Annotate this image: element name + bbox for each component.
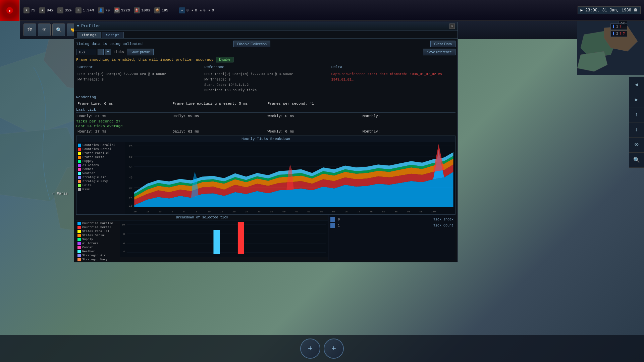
tick-stats-panel: 0 Tick Index 1 Tick Count [328, 215, 455, 260]
side-btn-up[interactable]: ↑ [629, 107, 644, 122]
profiler-close-button[interactable]: ✕ [449, 23, 455, 29]
fps-cell: Frames per second: 41 [266, 101, 361, 106]
breakdown-svg: 10 8 6 4 [120, 220, 328, 257]
last-tick-monthly: Monthly: [361, 113, 455, 119]
reference-hw-threads: HW Threads: 8 [204, 77, 327, 83]
city-label-paris: ☆ Paris [52, 191, 68, 196]
stat-war-support: ⚔ 35% [57, 7, 71, 13]
svg-text:35: 35 [270, 210, 273, 213]
war-support-icon: ⚔ [57, 7, 63, 13]
legend-combat: Combat [78, 168, 124, 171]
svg-text:-15: -15 [145, 210, 150, 213]
hourly-ticks-chart: Hourly Ticks Breakdown Countries Paralle… [76, 136, 455, 215]
ticks-per-second: Ticks per second: 27 [76, 119, 455, 123]
tab-script[interactable]: Script [102, 32, 124, 38]
top-bar: ✦ ♥ 75 ▲ 84% ⚔ 35% $ 1.34M 👤 70 📅 322d ⛽ [0, 0, 644, 21]
breakdown-legend: Countries Parallel Countries Serial Stat… [76, 220, 120, 257]
stat-stability: ▲ 84% [39, 7, 53, 13]
stat-manpower: ♥ 75 [23, 7, 35, 13]
svg-text:20: 20 [129, 197, 132, 200]
chart-svg: 70 60 50 40 30 20 10 [125, 142, 455, 214]
svg-text:80: 80 [382, 210, 385, 213]
svg-rect-67 [213, 230, 220, 254]
days-icon: 📅 [114, 7, 120, 13]
disable-smoothing-button[interactable]: Disable [216, 57, 233, 62]
svg-text:-10: -10 [157, 210, 162, 213]
zoom-in-btn[interactable]: + [300, 339, 320, 359]
avg-tick-daily: Daily: 61 ms [171, 129, 265, 134]
chart-title: Hourly Ticks Breakdown [76, 136, 455, 142]
ticks-minus-button[interactable]: - [98, 49, 104, 55]
alert-stars-2: ★ 0 [200, 8, 206, 12]
svg-text:85: 85 [394, 210, 398, 213]
side-btn-eye[interactable]: 👁 [629, 138, 644, 153]
tick-index-label: Tick Index [433, 218, 453, 221]
breakdown-legend-weather: Weather [77, 250, 118, 253]
right-indicators: ▌ 1 ? ▌ 2 ? ? [610, 23, 627, 38]
current-hw-threads: HW Threads: 8 [77, 77, 200, 83]
reference-content: CPU: Intel(R) Core(TM) i7-7700 CPU @ 3.6… [203, 71, 328, 94]
info-columns: Current CPU: Intel(R) Core(TM) i7-7700 C… [76, 64, 455, 94]
chart-area[interactable]: 70 60 50 40 30 20 10 [125, 142, 455, 214]
legend-misc: Misc [78, 188, 124, 191]
reference-duration: Duration: 168 hourly ticks [204, 88, 327, 93]
svg-text:60: 60 [332, 210, 336, 213]
svg-text:50: 50 [129, 166, 132, 169]
toolbar-btn-2[interactable]: 👁 [38, 23, 51, 36]
breakdown-legend-strategic-navy: Strategic Navy [77, 258, 118, 261]
legend-color-weather [78, 172, 81, 175]
clear-data-button[interactable]: Clear Data [430, 41, 455, 47]
svg-text:15: 15 [220, 210, 223, 213]
legend-color-strategic-air [78, 176, 81, 179]
svg-text:70: 70 [129, 145, 132, 148]
svg-text:10: 10 [122, 223, 125, 226]
side-btn-down[interactable]: ↓ [629, 122, 644, 138]
ticks-label: Ticks [113, 50, 124, 54]
svg-text:30: 30 [129, 187, 132, 190]
stats-bar: ♥ 75 ▲ 84% ⚔ 35% $ 1.34M 👤 70 📅 322d ⛽ 1… [20, 7, 578, 13]
side-btn-right[interactable]: ▶ [629, 92, 644, 107]
svg-text:-5: -5 [170, 210, 173, 213]
reference-start-date: Start Date: 1943.1.1.2 [204, 83, 327, 88]
ticks-row: - + Ticks Save profile Save reference [76, 49, 455, 55]
breakdown-legend-countries-parallel: Countries Parallel [77, 222, 118, 225]
breakdown-bars[interactable]: 10 8 6 4 [120, 220, 328, 257]
stat-days: 📅 322d [114, 7, 130, 13]
last-tick-metrics: Hourly: 21 ms Daily: 59 ms Weekly: 0 ms … [76, 113, 455, 119]
toolbar-btn-3[interactable]: 🔍 [52, 23, 65, 36]
side-btn-search[interactable]: 🔍 [629, 153, 644, 168]
ticks-input[interactable] [76, 49, 96, 55]
legend-color-states-parallel [78, 152, 81, 155]
svg-text:40: 40 [282, 210, 286, 213]
tick-count-row: 1 Tick Count [330, 223, 453, 228]
zoom-out-btn[interactable]: + [324, 339, 344, 359]
current-header: Current [76, 64, 202, 70]
save-profile-button[interactable]: Save profile [127, 49, 154, 55]
svg-text:75: 75 [370, 210, 373, 213]
svg-text:95: 95 [420, 210, 423, 213]
save-reference-button[interactable]: Save reference [423, 49, 455, 55]
legend-color-countries-parallel [78, 144, 81, 147]
svg-text:10: 10 [208, 210, 211, 213]
avg-tick-weekly: Weekly: 0 ms [266, 129, 361, 134]
toolbar-btn-1[interactable]: 🗺 [23, 23, 36, 36]
legend-strategic-navy: Strategic Navy [78, 180, 124, 183]
side-btn-left[interactable]: ◀ [629, 77, 644, 92]
breakdown-chart-container: Breakdown of selected tick Countries Par… [76, 215, 328, 260]
last-tick-hourly: Hourly: 21 ms [76, 113, 170, 119]
disable-collection-button[interactable]: Disable Collection [233, 41, 270, 47]
warning-row: Frame smoothing is enabled, this will im… [76, 57, 455, 62]
flag-svg: ✦ [3, 4, 16, 17]
stat-treasury: $ 1.34M [75, 7, 94, 13]
svg-text:55: 55 [320, 210, 323, 213]
breakdown-chart-inner: Countries Parallel Countries Serial Stat… [76, 220, 328, 257]
tick-index-row: 0 Tick Index [330, 217, 453, 222]
delta-header: Delta [330, 64, 455, 70]
tab-timings[interactable]: Timings [77, 32, 101, 38]
side-panel: ◀ ▶ ↑ ↓ 👁 🔍 [629, 77, 644, 168]
legend-countries-parallel: Countries Parallel [78, 144, 124, 147]
svg-text:70: 70 [357, 210, 361, 213]
ticks-plus-button[interactable]: + [105, 49, 111, 55]
collection-status-text: Timing data is being collected [76, 42, 231, 46]
svg-text:60: 60 [129, 155, 132, 159]
